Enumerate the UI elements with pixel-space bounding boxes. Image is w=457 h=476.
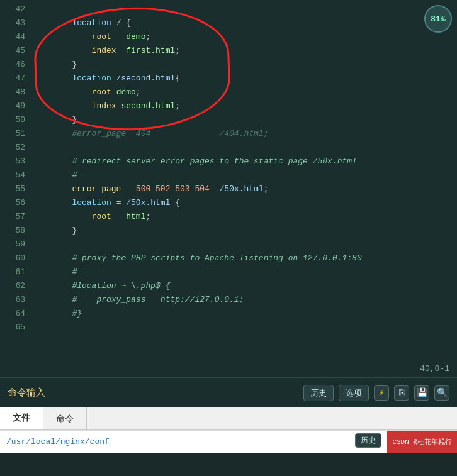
- code-line-58: }: [33, 224, 454, 238]
- copy-icon[interactable]: ⎘: [394, 385, 409, 401]
- line-numbers: 42 43 44 45 46 47 48 49 50 51 52 53 54 5…: [0, 3, 30, 377]
- code-line-50: }: [33, 113, 454, 127]
- tabs-bar: 文件 命令: [0, 407, 457, 430]
- code-area: 42 43 44 45 46 47 48 49 50 51 52 53 54 5…: [0, 0, 457, 377]
- battery-badge: 81%: [424, 5, 452, 33]
- code-line-64: #}: [33, 307, 454, 321]
- code-line-45: index first.html;: [33, 44, 454, 58]
- save-icon[interactable]: 💾: [414, 385, 429, 401]
- command-label: 命令输入: [8, 387, 45, 399]
- code-line-57: root html;: [33, 210, 454, 224]
- code-line-62: #location ~ \.php$ {: [33, 279, 454, 293]
- command-buttons: 历史 选项 ⚡ ⎘ 💾 🔍: [303, 385, 449, 401]
- tab-command[interactable]: 命令: [43, 407, 87, 429]
- code-line-42: [33, 3, 454, 16]
- status-bar: /usr/local/nginx/conf 历史 CSDN @桂花年糕行: [0, 430, 457, 453]
- csdn-badge: CSDN @桂花年糕行: [387, 431, 457, 453]
- history-button[interactable]: 历史: [303, 385, 334, 401]
- code-line-49: index second.html;: [33, 99, 454, 113]
- code-line-43: location / {: [33, 16, 454, 30]
- code-line-59: [33, 238, 454, 252]
- code-line-53: # redirect server error pages to the sta…: [33, 155, 454, 169]
- code-content: location / { root demo; index first.html…: [30, 3, 457, 377]
- code-line-55: error_page 500 502 503 504 /50x.html;: [33, 182, 454, 196]
- search-icon[interactable]: 🔍: [434, 385, 449, 401]
- code-line-44: root demo;: [33, 30, 454, 44]
- code-line-61: #: [33, 265, 454, 279]
- code-line-47: location /second.html{: [33, 72, 454, 86]
- options-button[interactable]: 选项: [339, 385, 369, 401]
- status-history-button[interactable]: 历史: [355, 433, 381, 448]
- position-indicator: 40,0-1: [420, 364, 449, 374]
- lightning-icon[interactable]: ⚡: [374, 385, 389, 401]
- code-line-48: root demo;: [33, 86, 454, 99]
- code-line-56: location = /50x.html {: [33, 196, 454, 210]
- code-line-60: # proxy the PHP scripts to Apache listen…: [33, 252, 454, 265]
- code-line-51: #error_page 404 /404.html;: [33, 127, 454, 141]
- tab-file[interactable]: 文件: [0, 407, 43, 429]
- code-editor: 81% 42 43 44 45 46 47 48 49 50 51 52 53 …: [0, 0, 457, 377]
- command-bar: 命令输入 历史 选项 ⚡ ⎘ 💾 🔍: [0, 377, 457, 407]
- code-line-63: # proxy_pass http://127.0.0.1;: [33, 293, 454, 307]
- code-line-54: #: [33, 169, 454, 182]
- code-line-52: [33, 141, 454, 155]
- path-text[interactable]: /usr/local/nginx/conf: [6, 437, 110, 446]
- code-line-65: [33, 321, 454, 335]
- battery-label: 81%: [431, 14, 445, 24]
- code-line-46: }: [33, 58, 454, 72]
